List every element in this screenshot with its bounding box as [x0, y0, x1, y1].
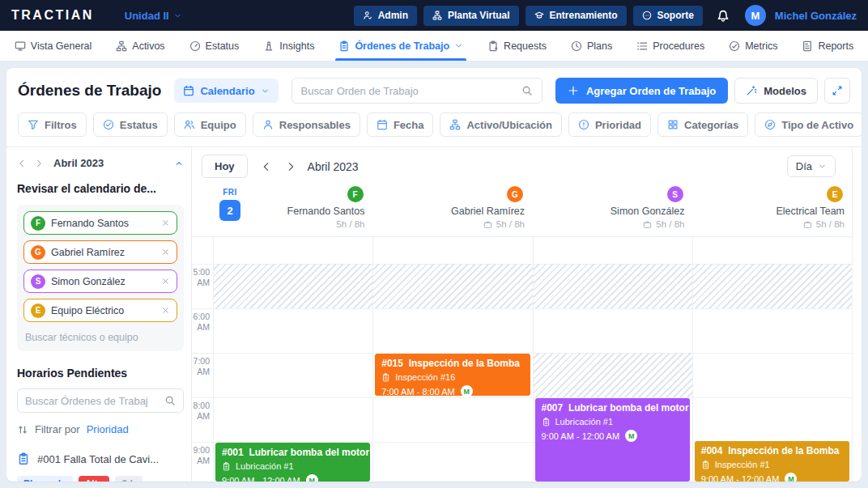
- view-selector-calendario[interactable]: Calendario: [174, 79, 278, 103]
- filter-chip-responsables[interactable]: Responsables: [253, 112, 360, 137]
- unavailable-hatch: [534, 264, 692, 308]
- remove-person-button[interactable]: [161, 219, 170, 227]
- tab-plans[interactable]: Plans: [571, 31, 612, 61]
- work-orders-page: Órdenes de Trabajo Calendario Agregar Or…: [6, 68, 862, 482]
- topbar: TRACTIAN Unidad II Admin Planta Virtual …: [0, 0, 868, 31]
- tab-activos[interactable]: Activos: [116, 31, 164, 61]
- tab-procedures[interactable]: Procedures: [636, 31, 704, 61]
- entrenamiento-button[interactable]: Entrenamiento: [525, 6, 627, 26]
- column-electrical-team[interactable]: #004 Inspección de la Bomba Inspección #…: [692, 237, 853, 482]
- view-mode-select[interactable]: Día: [787, 155, 836, 177]
- workload-hours: 5h / 8h: [803, 219, 845, 229]
- tab-metrics[interactable]: Metrics: [729, 31, 777, 61]
- tab-insights[interactable]: Insights: [263, 31, 314, 61]
- notifications-button[interactable]: [716, 8, 730, 23]
- tab-estatus[interactable]: Estatus: [189, 31, 240, 61]
- unit-selector[interactable]: Unidad II: [125, 10, 182, 22]
- filter-chip-filtros[interactable]: Filtros: [18, 112, 87, 137]
- admin-person-icon: [363, 11, 372, 20]
- column-simon[interactable]: #007 Lubricar bomba del motor Lubricació…: [533, 237, 692, 482]
- briefcase-icon: [643, 220, 652, 229]
- assignee-avatar: M: [625, 430, 637, 442]
- time-label: 8:00AM: [192, 401, 210, 422]
- filter-chip-estatus[interactable]: Estatus: [93, 112, 168, 137]
- column-header-simon[interactable]: S Simon González 5h / 8h: [533, 185, 693, 236]
- remove-person-button[interactable]: [161, 248, 170, 257]
- next-day-button[interactable]: [285, 161, 296, 172]
- soporte-button[interactable]: Soporte: [633, 6, 703, 26]
- person-chip-simon[interactable]: S Simon González: [23, 269, 177, 293]
- avatar: S: [31, 274, 45, 289]
- pending-search-input[interactable]: [25, 395, 160, 407]
- event-007[interactable]: #007 Lubricar bomba del motor Lubricació…: [535, 398, 690, 482]
- team-chip-equipo-electrico[interactable]: E Equipo Eléctrico: [23, 299, 177, 322]
- tab-ordenes-de-trabajo[interactable]: Órdenes de Trabajo: [338, 31, 463, 61]
- clipboard-icon: [222, 462, 231, 471]
- tab-vista-general[interactable]: Vista General: [15, 31, 92, 61]
- funnel-icon: [28, 119, 39, 130]
- admin-button[interactable]: Admin: [354, 6, 417, 26]
- person-name: Electrical Team: [776, 206, 845, 217]
- models-button[interactable]: Modelos: [734, 78, 818, 104]
- workorder-list-item[interactable]: #001 Falla Total de Cavi...: [17, 452, 184, 465]
- planta-virtual-button[interactable]: Planta Virtual: [423, 6, 518, 26]
- event-001[interactable]: #001 Lubricar bomba del motor Lubricació…: [215, 443, 370, 482]
- clock-icon: [571, 40, 582, 52]
- user-avatar[interactable]: M: [745, 5, 766, 26]
- today-button[interactable]: Hoy: [202, 155, 248, 178]
- fullscreen-button[interactable]: [824, 78, 850, 104]
- collapse-month-button[interactable]: [174, 159, 184, 168]
- people-search-input[interactable]: [23, 328, 177, 345]
- clipboard-plus-icon: [487, 40, 499, 52]
- column-header-gabriel[interactable]: G Gabriel Ramírez 5h / 8h: [373, 185, 534, 236]
- magic-wand-icon: [746, 85, 757, 96]
- page-header: Órdenes de Trabajo Calendario Agregar Or…: [6, 68, 862, 111]
- filter-chip-tipo-de-activo[interactable]: Tipo de Activo: [755, 112, 862, 137]
- user-name[interactable]: Michel González: [775, 10, 857, 22]
- workorder-badges: Planeada Alta 3 h: [17, 476, 184, 482]
- person-chip-fernando[interactable]: F Fernando Santos: [23, 211, 177, 235]
- add-work-order-button[interactable]: Agregar Orden de Trabajo: [555, 78, 728, 104]
- person-chip-gabriel[interactable]: G Gabriel Ramírez: [23, 240, 177, 264]
- column-fernando[interactable]: #001 Lubricar bomba del motor Lubricació…: [213, 237, 372, 482]
- chevron-up-icon: [174, 159, 184, 168]
- metrics-gauge-icon: [729, 40, 740, 52]
- grid-icon: [667, 119, 679, 130]
- tab-reports[interactable]: Reports: [802, 31, 853, 61]
- column-gabriel[interactable]: #015 Inspección de la Bomba Inspección #…: [372, 237, 532, 482]
- filter-chip-activo-ubicacion[interactable]: Activo/Ubicación: [440, 112, 561, 137]
- calendar-grid: 5:00AM 6:00AM 7:00AM 8:00AM 9:00AM #001 …: [192, 236, 853, 482]
- unavailable-hatch: [214, 264, 372, 308]
- selected-day[interactable]: FRI 2: [219, 188, 240, 221]
- avatar: S: [667, 186, 683, 202]
- filter-chip-prioridad[interactable]: Prioridad: [568, 112, 651, 137]
- expand-icon: [832, 85, 843, 96]
- avatar: G: [507, 186, 523, 202]
- chevron-right-icon: [285, 161, 296, 172]
- filter-chip-fecha[interactable]: Fecha: [367, 112, 434, 137]
- column-header-electrical-team[interactable]: E Electrical Team 5h / 8h: [693, 185, 853, 236]
- filter-chip-equipo[interactable]: Equipo: [174, 112, 246, 137]
- pending-schedules-title: Horarios Pendientes: [17, 367, 184, 380]
- event-004[interactable]: #004 Inspección de la Bomba Inspección #…: [695, 441, 849, 482]
- next-month-button[interactable]: [34, 159, 44, 168]
- day-weekday: FRI: [223, 188, 237, 197]
- avatar: E: [827, 186, 843, 202]
- filter-chip-categorias[interactable]: Categorías: [657, 112, 748, 137]
- remove-person-button[interactable]: [161, 277, 170, 286]
- avatar: G: [31, 245, 45, 260]
- remove-person-button[interactable]: [161, 306, 170, 315]
- event-015[interactable]: #015 Inspección de la Bomba Inspección #…: [375, 354, 530, 396]
- prev-day-button[interactable]: [261, 161, 272, 172]
- calendar-icon: [183, 85, 194, 96]
- prev-month-button[interactable]: [17, 159, 27, 168]
- workorder-search-input[interactable]: [301, 85, 515, 97]
- sort-filter-row: Filtrar por Prioridad: [17, 423, 184, 435]
- tab-requests[interactable]: Requests: [487, 31, 547, 61]
- document-icon: [802, 40, 813, 52]
- clipboard-icon: [542, 418, 551, 426]
- filter-by-priority-link[interactable]: Prioridad: [87, 423, 129, 435]
- month-label: Abril 2023: [53, 157, 104, 169]
- assignee-avatar: M: [785, 473, 797, 482]
- calendar-icon: [377, 119, 388, 130]
